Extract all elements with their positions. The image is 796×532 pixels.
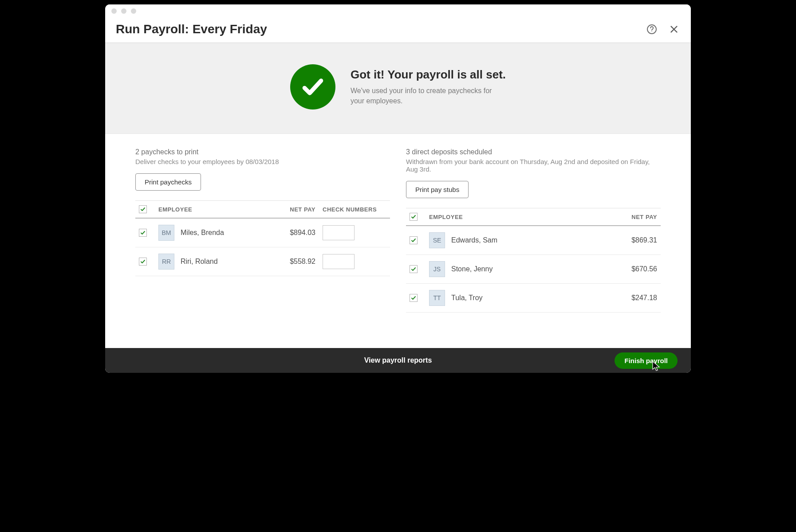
employee-name: Miles, Brenda bbox=[181, 229, 224, 237]
netpay-value: $247.18 bbox=[607, 284, 661, 313]
finish-payroll-button[interactable]: Finish payroll bbox=[615, 352, 678, 369]
table-row: BM Miles, Brenda $894.03 bbox=[135, 218, 390, 247]
header-actions bbox=[646, 23, 680, 35]
checkmark-icon bbox=[411, 295, 416, 301]
help-icon bbox=[646, 24, 657, 35]
employee-cell: RR Riri, Roland bbox=[158, 254, 262, 270]
checkmark-icon bbox=[140, 259, 146, 264]
confirmation-sub: We've used your info to create paychecks… bbox=[351, 86, 493, 106]
employee-name: Riri, Roland bbox=[181, 258, 218, 266]
deposits-sub: Withdrawn from your bank account on Thur… bbox=[406, 158, 661, 173]
netpay-col-header: NET PAY bbox=[607, 208, 661, 226]
checkmark-icon bbox=[140, 230, 146, 235]
row-checkbox[interactable] bbox=[410, 265, 418, 273]
employee-col-header: EMPLOYEE bbox=[426, 208, 607, 226]
select-all-checkbox[interactable] bbox=[410, 213, 418, 221]
help-button[interactable] bbox=[646, 23, 658, 35]
table-row: SE Edwards, Sam $869.31 bbox=[406, 226, 661, 255]
employee-cell: SE Edwards, Sam bbox=[429, 232, 604, 248]
checkmark-icon bbox=[411, 266, 416, 272]
confirmation-heading: Got it! Your payroll is all set. bbox=[351, 68, 506, 82]
check-number-input[interactable] bbox=[323, 225, 355, 240]
modal-header: Run Payroll: Every Friday bbox=[105, 18, 691, 43]
employee-name: Stone, Jenny bbox=[451, 265, 493, 273]
netpay-value: $670.56 bbox=[607, 255, 661, 284]
employee-cell: TT Tula, Troy bbox=[429, 290, 604, 306]
deposits-header: 3 direct deposits scheduled Withdrawn fr… bbox=[406, 148, 661, 173]
checknum-col-header: CHECK NUMBERS bbox=[319, 201, 390, 219]
traffic-light-zoom[interactable] bbox=[131, 8, 136, 14]
select-all-header bbox=[135, 201, 155, 219]
checkmark-icon bbox=[411, 238, 416, 243]
table-row: JS Stone, Jenny $670.56 bbox=[406, 255, 661, 284]
employee-cell: BM Miles, Brenda bbox=[158, 225, 262, 241]
traffic-light-close[interactable] bbox=[111, 8, 117, 14]
paychecks-header: 2 paychecks to print Deliver checks to y… bbox=[135, 148, 390, 165]
netpay-value: $869.31 bbox=[607, 226, 661, 255]
footer-bar: View payroll reports Finish payroll bbox=[105, 348, 691, 373]
app-window: Run Payroll: Every Friday bbox=[105, 4, 691, 373]
checkmark-icon bbox=[411, 214, 416, 219]
select-all-header bbox=[406, 208, 426, 226]
employee-cell: JS Stone, Jenny bbox=[429, 261, 604, 277]
close-icon bbox=[669, 24, 679, 34]
netpay-value: $894.03 bbox=[266, 218, 319, 247]
paychecks-table: EMPLOYEE NET PAY CHECK NUMBERS bbox=[135, 200, 390, 276]
row-checkbox[interactable] bbox=[139, 229, 147, 237]
deposits-title: 3 direct deposits scheduled bbox=[406, 148, 661, 156]
window-chrome bbox=[105, 4, 691, 18]
row-checkbox[interactable] bbox=[410, 294, 418, 302]
employee-name: Tula, Troy bbox=[451, 294, 483, 302]
netpay-col-header: NET PAY bbox=[266, 201, 319, 219]
avatar: TT bbox=[429, 290, 445, 306]
employee-name: Edwards, Sam bbox=[451, 236, 497, 244]
print-pay-stubs-button[interactable]: Print pay stubs bbox=[406, 181, 469, 198]
paychecks-sub: Deliver checks to your employees by 08/0… bbox=[135, 158, 390, 165]
deposits-table: EMPLOYEE NET PAY SE bbox=[406, 208, 661, 313]
row-checkbox[interactable] bbox=[410, 236, 418, 244]
traffic-light-minimize[interactable] bbox=[121, 8, 126, 14]
table-row: TT Tula, Troy $247.18 bbox=[406, 284, 661, 313]
netpay-value: $558.92 bbox=[266, 247, 319, 276]
checkmark-icon bbox=[300, 74, 325, 99]
page-title: Run Payroll: Every Friday bbox=[116, 22, 646, 36]
confirmation-banner: Got it! Your payroll is all set. We've u… bbox=[105, 43, 691, 134]
employee-col-header: EMPLOYEE bbox=[155, 201, 266, 219]
success-check-circle bbox=[290, 64, 335, 110]
view-reports-link[interactable]: View payroll reports bbox=[364, 356, 432, 364]
table-row: RR Riri, Roland $558.92 bbox=[135, 247, 390, 276]
close-button[interactable] bbox=[668, 23, 680, 35]
row-checkbox[interactable] bbox=[139, 258, 147, 266]
avatar: BM bbox=[158, 225, 174, 241]
check-number-input[interactable] bbox=[323, 254, 355, 269]
checkmark-icon bbox=[140, 207, 146, 212]
avatar: JS bbox=[429, 261, 445, 277]
paychecks-title: 2 paychecks to print bbox=[135, 148, 390, 156]
deposits-panel: 3 direct deposits scheduled Withdrawn fr… bbox=[406, 148, 661, 313]
paychecks-panel: 2 paychecks to print Deliver checks to y… bbox=[135, 148, 390, 313]
select-all-checkbox[interactable] bbox=[139, 205, 147, 213]
content-area: 2 paychecks to print Deliver checks to y… bbox=[105, 134, 691, 348]
confirmation-text: Got it! Your payroll is all set. We've u… bbox=[351, 68, 506, 106]
svg-point-1 bbox=[651, 31, 652, 32]
print-paychecks-button[interactable]: Print paychecks bbox=[135, 173, 201, 191]
avatar: RR bbox=[158, 254, 174, 270]
avatar: SE bbox=[429, 232, 445, 248]
